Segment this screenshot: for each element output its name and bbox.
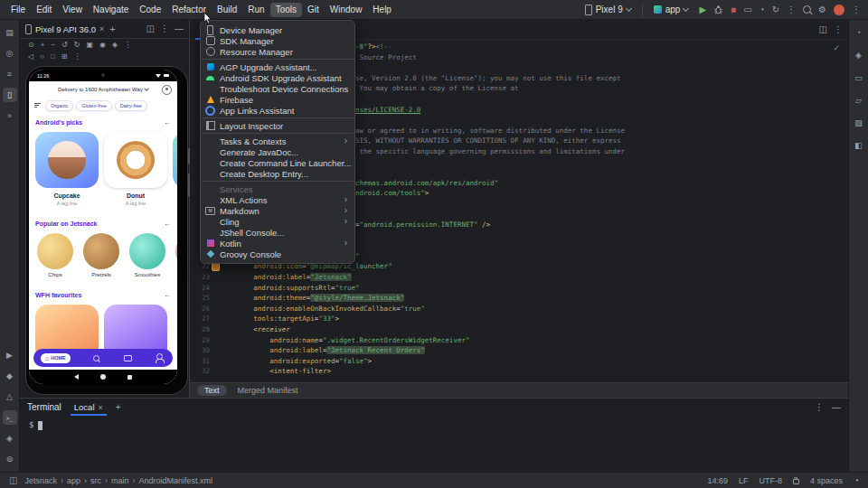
section-arrow-icon[interactable]: ←	[164, 291, 171, 299]
menu-build[interactable]: Build	[212, 3, 242, 17]
tool-stripe-structure[interactable]: ≡	[3, 67, 17, 81]
inspection-ok-icon[interactable]: ✓	[833, 43, 840, 52]
tool-stripe-commit[interactable]: ◎	[3, 46, 17, 61]
rotate-left-icon[interactable]: ↺	[61, 41, 68, 49]
delivery-bar[interactable]: Delivery to 1600 Amphitheater Way	[29, 81, 177, 97]
tool-stripe-device-manager[interactable]: ▭	[852, 70, 866, 85]
menu-item-xml-actions[interactable]: XML Actions›	[201, 194, 354, 205]
sync-icon[interactable]: ↻	[772, 5, 779, 14]
close-icon[interactable]: ×	[99, 403, 103, 412]
add-device-icon[interactable]: +	[109, 23, 115, 34]
menu-navigate[interactable]: Navigate	[88, 3, 134, 17]
view-tab-merged-manifest[interactable]: Merged Manifest	[231, 385, 306, 396]
menu-item-device-manager[interactable]: Device Manager	[201, 24, 354, 35]
line-separator[interactable]: LF	[739, 476, 749, 485]
snack-card-donut[interactable]: DonutA tag line	[104, 132, 167, 206]
power-icon[interactable]: ⊙	[28, 41, 34, 49]
menu-item-troubleshoot-device-connections[interactable]: Troubleshoot Device Connections	[201, 83, 354, 94]
screenshot-icon[interactable]: ▣	[86, 41, 93, 49]
terminal-tab-local[interactable]: Local ×	[71, 399, 107, 416]
notifications-icon[interactable]: ◔	[854, 476, 859, 485]
run-button[interactable]: ▶	[699, 5, 706, 14]
nav-cart-button[interactable]	[123, 355, 134, 361]
caret-position[interactable]: 14:69	[707, 476, 728, 485]
menu-git[interactable]: Git	[302, 3, 325, 17]
menu-item-firebase[interactable]: Firebase	[201, 94, 354, 105]
snack-card-cupcake[interactable]: CupcakeA tag line	[35, 132, 99, 206]
close-icon[interactable]: ×	[99, 24, 104, 33]
snapshot-icon[interactable]: ◈	[112, 41, 118, 49]
debug-bug-icon[interactable]	[713, 5, 723, 14]
menu-run[interactable]: Run	[242, 3, 269, 17]
tool-stripe-terminal[interactable]: >_	[3, 410, 17, 425]
snack-circle-pretzels[interactable]: Pretzels	[82, 233, 120, 277]
run-config-selector[interactable]: app	[650, 3, 693, 16]
minimize-icon[interactable]: —	[832, 403, 841, 412]
tool-stripe-resource-manager[interactable]: ▨	[852, 116, 866, 130]
volume-up-icon[interactable]: +	[41, 41, 45, 49]
more-actions-icon[interactable]: ⋮	[787, 5, 796, 14]
back-button[interactable]	[74, 374, 79, 380]
tool-stripe-emulator[interactable]: ▱	[852, 93, 866, 108]
indent-style[interactable]: 4 spaces	[810, 476, 843, 485]
kebab-menu-icon[interactable]: ⋮	[834, 25, 843, 34]
tool-stripe-run[interactable]: ▶	[3, 348, 17, 362]
volume-down-icon[interactable]: −	[51, 41, 55, 49]
kebab-icon[interactable]: ⋮	[74, 52, 81, 61]
tool-stripe-problems[interactable]: △	[3, 389, 17, 404]
tool-stripe-project[interactable]: ▤	[3, 25, 17, 40]
menu-item-app-links-assistant[interactable]: App Links Assistant	[201, 105, 354, 116]
tool-stripe-notifications[interactable]: ◔	[852, 25, 866, 40]
apps-icon[interactable]: ⊞	[61, 52, 68, 61]
menu-window[interactable]: Window	[325, 3, 368, 17]
menu-item-jshell-console[interactable]: JShell Console...	[201, 227, 354, 238]
menu-item-generate-javadoc[interactable]: Generate JavaDoc...	[201, 146, 354, 157]
record-icon[interactable]: ◉	[99, 41, 106, 49]
nav-home-button[interactable]: ⌂ HOME	[41, 353, 71, 363]
menu-file[interactable]: File	[5, 3, 31, 17]
tool-stripe-running-devices[interactable]: ▯	[3, 88, 17, 102]
menu-item-android-sdk-upgrade-assistant[interactable]: Android SDK Upgrade Assistant	[201, 72, 354, 83]
menu-item-tasks-contexts[interactable]: Tasks & Contexts›	[201, 136, 354, 146]
chip-dairy-free[interactable]: Dairy-free	[115, 100, 147, 111]
snack-card[interactable]	[173, 132, 177, 206]
tool-stripe-gradle[interactable]: ◈	[852, 48, 866, 62]
device-tab-label[interactable]: Pixel 9 API 36.0	[35, 24, 96, 34]
search-icon[interactable]	[803, 5, 811, 14]
tool-windows-icon[interactable]: ◫	[9, 476, 17, 485]
menu-item-agp-upgrade-assistant[interactable]: AGP Upgrade Assistant...	[201, 61, 354, 72]
kebab-menu-icon[interactable]: ⋮	[852, 5, 861, 14]
view-tab-text[interactable]: Text	[197, 385, 227, 396]
menu-item-create-desktop-entry[interactable]: Create Desktop Entry...	[201, 168, 354, 179]
chip-gluten-free[interactable]: Gluten-free	[76, 100, 112, 111]
menu-help[interactable]: Help	[367, 3, 397, 17]
menu-code[interactable]: Code	[134, 3, 166, 17]
tool-stripe-build[interactable]: ⊚	[3, 452, 17, 466]
chip-organic[interactable]: Organic	[45, 100, 73, 111]
minimize-icon[interactable]: —	[175, 24, 184, 33]
terminal-output[interactable]: $	[20, 416, 848, 435]
nav-profile-button[interactable]	[155, 356, 165, 360]
tool-stripe-debug[interactable]: ◆	[3, 369, 17, 383]
readonly-lock-icon[interactable]	[793, 479, 799, 484]
device-selector[interactable]: Pixel 9	[581, 3, 635, 17]
menu-item-groovy-console[interactable]: Groovy Console	[201, 249, 354, 259]
rotate-right-icon[interactable]: ↻	[74, 41, 80, 49]
split-editor-icon[interactable]: ◫	[819, 25, 827, 34]
menu-tools[interactable]: Tools	[270, 3, 302, 17]
breadcrumb-main[interactable]: main	[111, 476, 129, 485]
recents-button[interactable]	[127, 375, 132, 380]
breadcrumb-androidmanifest-xml[interactable]: AndroidManifest.xml	[139, 476, 213, 485]
breadcrumb-app[interactable]: app	[67, 476, 80, 485]
avatar[interactable]	[834, 5, 844, 15]
phone-screen[interactable]: 11:26 Delivery to 1600 Amphitheater Way …	[29, 70, 177, 384]
kebab-icon[interactable]: ⋮	[124, 41, 131, 49]
breadcrumb-jetsnack[interactable]: Jetsnack	[24, 476, 57, 485]
profiler-icon[interactable]: ◔	[760, 5, 765, 14]
back-icon[interactable]: ◁	[28, 52, 33, 61]
settings-gear-icon[interactable]: ⚙	[818, 5, 826, 14]
menu-item-kotlin[interactable]: Kotlin›	[201, 238, 354, 249]
snack-circle-smoothies[interactable]: Smoothies	[128, 233, 166, 277]
nav-search-button[interactable]	[91, 355, 102, 361]
file-encoding[interactable]: UTF-8	[759, 476, 782, 485]
